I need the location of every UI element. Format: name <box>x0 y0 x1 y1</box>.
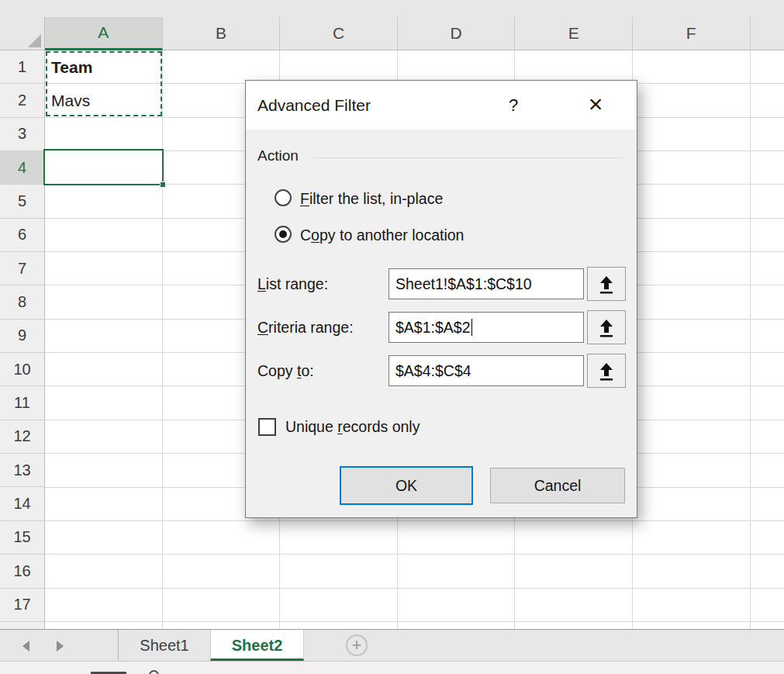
row-header-8[interactable]: 8 <box>0 285 45 319</box>
excel-window: A B C D E F 1 2 3 4 5 6 7 8 9 10 11 12 1… <box>0 0 784 674</box>
select-all-icon <box>28 34 41 47</box>
copy-to-label: Copy to: <box>257 355 314 386</box>
label-text: py to another location <box>319 226 464 244</box>
radio-filter-in-place-label[interactable]: Filter the list, in-place <box>300 189 443 208</box>
row-header-4[interactable]: 4 <box>0 151 45 185</box>
tab-sheet2[interactable]: Sheet2 <box>210 630 304 661</box>
prev-sheet-arrow-icon[interactable] <box>22 641 29 652</box>
label-text: C <box>300 226 311 244</box>
list-range-collapse-button[interactable] <box>587 267 626 301</box>
copy-to-input[interactable]: $A$4:$C$4 <box>389 355 584 386</box>
copy-to-collapse-button[interactable] <box>587 354 626 388</box>
row-headers: 1 2 3 4 5 6 7 8 9 10 11 12 13 14 15 16 1… <box>0 50 45 629</box>
accel-letter: F <box>300 190 309 207</box>
unique-records-label[interactable]: Unique records only <box>285 417 420 437</box>
row-header-12[interactable]: 12 <box>0 420 45 454</box>
row-header-10[interactable]: 10 <box>0 353 45 386</box>
label-text: ilter the list, in-place <box>309 190 443 207</box>
fill-handle[interactable] <box>160 181 166 188</box>
column-header-a[interactable]: A <box>45 17 163 50</box>
column-header-e[interactable]: E <box>515 17 633 50</box>
accel-letter: C <box>257 319 268 336</box>
row-header-17[interactable]: 17 <box>0 589 45 622</box>
radio-copy-to-location[interactable] <box>275 226 292 243</box>
row-header-2[interactable]: 2 <box>0 84 45 117</box>
action-group-line <box>313 157 626 158</box>
accel-letter: L <box>257 275 266 292</box>
column-headers: A B C D E F <box>45 17 784 50</box>
close-button[interactable]: × <box>578 81 613 130</box>
row-header-11[interactable]: 11 <box>0 386 45 420</box>
row-header-7[interactable]: 7 <box>0 252 45 285</box>
next-sheet-arrow-icon[interactable] <box>57 641 64 652</box>
label-text: Copy <box>257 362 297 379</box>
collapse-dialog-icon <box>596 360 616 382</box>
row-header-9[interactable]: 9 <box>0 320 45 353</box>
label-text: ecords only <box>343 418 420 435</box>
radio-filter-in-place[interactable] <box>275 189 292 206</box>
sheet-tab-bar: Sheet1 Sheet2 + <box>0 629 784 661</box>
tab-sheet1[interactable]: Sheet1 <box>119 630 210 661</box>
dialog-title: Advanced Filter <box>257 81 371 130</box>
row-header-16[interactable]: 16 <box>0 555 45 588</box>
radio-copy-to-location-label[interactable]: Copy to another location <box>300 226 464 244</box>
row-header-13[interactable]: 13 <box>0 454 45 487</box>
radio-selected-dot <box>279 230 287 238</box>
dialog-titlebar[interactable]: Advanced Filter ? × <box>246 81 637 130</box>
accel-letter: o <box>311 226 319 244</box>
cancel-button[interactable]: Cancel <box>490 468 625 503</box>
ok-button[interactable]: OK <box>340 466 473 505</box>
row-header-18[interactable]: 18 <box>0 622 45 629</box>
criteria-range-input[interactable]: $A$1:$A$2 <box>389 312 584 343</box>
new-sheet-button[interactable]: + <box>346 634 368 656</box>
criteria-range-value: $A$1:$A$2 <box>395 319 471 336</box>
column-header-f[interactable]: F <box>633 17 751 50</box>
column-header-b[interactable]: B <box>163 17 281 50</box>
row-header-3[interactable]: 3 <box>0 118 45 151</box>
column-header-d[interactable]: D <box>398 17 516 50</box>
marching-ants-selection <box>46 51 162 116</box>
status-partial-icon <box>149 670 159 674</box>
row-header-6[interactable]: 6 <box>0 219 45 252</box>
list-range-input[interactable]: Sheet1!$A$1:$C$10 <box>389 268 584 299</box>
row-header-14[interactable]: 14 <box>0 487 45 520</box>
list-range-label: List range: <box>257 268 328 299</box>
help-button[interactable]: ? <box>499 81 527 130</box>
row-header-15[interactable]: 15 <box>0 521 45 555</box>
label-text: riteria range: <box>268 319 353 336</box>
column-header-c[interactable]: C <box>280 17 398 50</box>
label-text: Unique <box>285 418 337 435</box>
criteria-range-collapse-button[interactable] <box>587 310 626 344</box>
collapse-dialog-icon <box>596 316 616 338</box>
row-header-1[interactable]: 1 <box>0 50 45 84</box>
select-all-corner[interactable] <box>0 17 45 50</box>
collapse-dialog-icon <box>596 273 616 295</box>
advanced-filter-dialog: Advanced Filter ? × Action Filter the li… <box>245 80 637 518</box>
copy-to-value: $A$4:$C$4 <box>395 362 471 379</box>
unique-records-checkbox[interactable] <box>258 418 276 436</box>
active-cell-a4[interactable] <box>43 149 164 185</box>
column-header-partial <box>751 17 784 50</box>
top-strip <box>0 0 784 17</box>
list-range-value: Sheet1!$A$1:$C$10 <box>395 275 532 292</box>
label-text: o: <box>301 362 313 379</box>
criteria-range-label: Criteria range: <box>257 312 354 343</box>
action-group-label: Action <box>257 147 299 164</box>
label-text: ist range: <box>266 275 328 292</box>
text-caret <box>471 319 473 336</box>
status-bar <box>0 661 784 674</box>
row-header-5[interactable]: 5 <box>0 185 45 218</box>
